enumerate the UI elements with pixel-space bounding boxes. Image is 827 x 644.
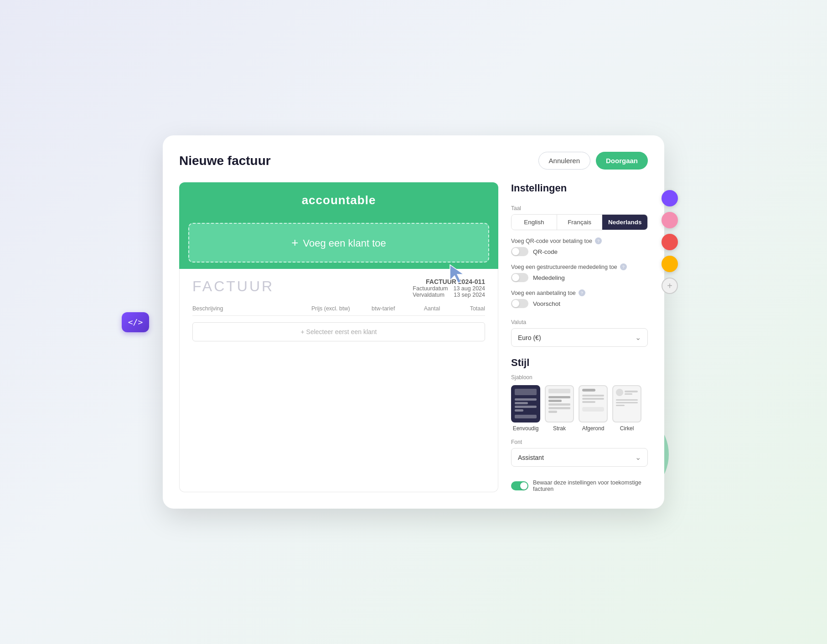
currency-chevron: ⌄ <box>635 333 641 342</box>
add-client-text: +Voeg een klant toe <box>291 236 386 250</box>
structured-toggle[interactable] <box>511 273 528 282</box>
template-strak-label: Strak <box>553 425 566 432</box>
template-preview-eenvoudig <box>511 385 540 422</box>
settings-title: Instellingen <box>511 182 648 194</box>
due-row: Vervaldatum 13 sep 2024 <box>413 292 485 298</box>
advance-section-label: Voeg een aanbetaling toe <box>511 290 576 296</box>
code-badge: </> <box>122 312 149 332</box>
currency-label: Valuta <box>511 319 648 325</box>
plus-icon: + <box>291 236 298 249</box>
advance-toggle-row: Voorschot <box>511 299 648 308</box>
date-label: Factuurdatum <box>413 285 448 292</box>
select-client-label: + Selecteer eerst een klant <box>301 328 377 335</box>
main-card: Nieuwe factuur Annuleren Doorgaan accoun… <box>163 135 664 509</box>
add-client-area[interactable]: +Voeg een klant toe <box>188 223 489 263</box>
templates-row: Eenvoudig Strak <box>511 385 648 432</box>
col-btw: btw-tarief <box>350 305 395 312</box>
template-strak[interactable]: Strak <box>545 385 574 432</box>
save-row: Bewaar deze instellingen voor toekomstig… <box>511 479 648 492</box>
page-title: Nieuwe factuur <box>179 154 271 168</box>
font-chevron: ⌄ <box>635 453 641 462</box>
template-preview-afgerond <box>579 385 608 422</box>
qr-toggle-row: QR-code <box>511 247 648 256</box>
invoice-preview: accountable +Voeg een klant toe <box>179 182 498 492</box>
qr-label: QR-code <box>533 248 558 255</box>
col-price: Prijs (excl. btw) <box>283 305 350 312</box>
template-eenvoudig[interactable]: Eenvoudig <box>511 385 540 432</box>
save-toggle[interactable] <box>511 481 528 490</box>
template-afgerond[interactable]: Afgerond <box>579 385 608 432</box>
advance-toggle[interactable] <box>511 299 528 308</box>
invoice-green-header: accountable <box>179 182 498 216</box>
due-value: 13 sep 2024 <box>454 292 485 298</box>
qr-section-label: Voeg QR-code voor betaling toe <box>511 238 592 244</box>
add-client-label: Voeg een klant toe <box>303 237 386 249</box>
col-total: Totaal <box>440 305 485 312</box>
proceed-button[interactable]: Doorgaan <box>596 152 648 170</box>
card-body: accountable +Voeg een klant toe <box>179 182 648 492</box>
template-afgerond-label: Afgerond <box>582 425 605 432</box>
orange-swatch[interactable] <box>662 256 678 272</box>
structured-header: Voeg een gestructureerde mededeling toe … <box>511 263 648 270</box>
add-swatch-button[interactable]: + <box>662 278 678 294</box>
lang-francais[interactable]: Français <box>557 215 603 230</box>
settings-panel: Instellingen Taal English Français Neder… <box>511 182 648 492</box>
select-client-row[interactable]: + Selecteer eerst een klant <box>192 322 485 341</box>
template-preview-strak <box>545 385 574 422</box>
advance-label: Voorschot <box>533 300 560 307</box>
structured-section-label: Voeg een gestructureerde mededeling toe <box>511 264 617 270</box>
qr-help-icon[interactable]: ? <box>595 237 602 244</box>
advance-section: Voeg een aanbetaling toe ? Voorschot <box>511 289 648 314</box>
card-header: Nieuwe factuur Annuleren Doorgaan <box>179 152 648 170</box>
currency-value: Euro (€) <box>518 334 541 341</box>
lang-nederlands[interactable]: Nederlands <box>602 215 647 230</box>
invoice-label: FACTUUR <box>192 278 274 295</box>
advance-header: Voeg een aanbetaling toe ? <box>511 289 648 296</box>
template-eenvoudig-label: Eenvoudig <box>513 425 539 432</box>
qr-toggle[interactable] <box>511 247 528 256</box>
invoice-table-header: Beschrijving Prijs (excl. btw) btw-tarie… <box>192 305 485 316</box>
purple-swatch[interactable] <box>662 190 678 206</box>
language-label: Taal <box>511 205 648 211</box>
font-value: Assistant <box>518 454 544 461</box>
save-label: Bewaar deze instellingen voor toekomstig… <box>533 479 648 492</box>
template-cirkel[interactable]: Cirkel <box>612 385 641 432</box>
structured-toggle-row: Mededeling <box>511 273 648 282</box>
col-quantity: Aantal <box>395 305 440 312</box>
language-toggle: English Français Nederlands <box>511 214 648 230</box>
invoice-title-row: FACTUUR FACTUUR 2024-011 Factuurdatum 13… <box>192 278 485 298</box>
logo-part1: account <box>302 193 351 207</box>
template-preview-cirkel <box>612 385 641 422</box>
cursor-pointer <box>448 263 465 287</box>
structured-label: Mededeling <box>533 274 565 281</box>
structured-section: Voeg een gestructureerde mededeling toe … <box>511 263 648 288</box>
currency-dropdown[interactable]: Euro (€) ⌄ <box>511 328 648 347</box>
qr-header: Voeg QR-code voor betaling toe ? <box>511 237 648 244</box>
due-label: Vervaldatum <box>413 292 444 298</box>
structured-help-icon[interactable]: ? <box>620 263 627 270</box>
header-actions: Annuleren Doorgaan <box>538 152 648 170</box>
invoice-white-body: FACTUUR FACTUUR 2024-011 Factuurdatum 13… <box>179 269 498 492</box>
template-cirkel-label: Cirkel <box>620 425 634 432</box>
red-swatch[interactable] <box>662 234 678 250</box>
advance-help-icon[interactable]: ? <box>579 289 585 296</box>
pink-swatch[interactable] <box>662 212 678 228</box>
col-description: Beschrijving <box>192 305 283 312</box>
font-dropdown[interactable]: Assistant ⌄ <box>511 448 648 467</box>
logo: accountable <box>302 193 376 207</box>
font-label: Font <box>511 439 648 445</box>
color-swatches: + <box>662 190 678 294</box>
code-symbol: </> <box>128 317 143 327</box>
lang-english[interactable]: English <box>512 215 557 230</box>
svg-marker-0 <box>450 265 464 283</box>
qr-section: Voeg QR-code voor betaling toe ? QR-code <box>511 237 648 262</box>
logo-part2: able <box>350 193 376 207</box>
cancel-button[interactable]: Annuleren <box>538 152 590 170</box>
sjabloon-label: Sjabloon <box>511 374 648 381</box>
stijl-title: Stijl <box>511 357 648 369</box>
